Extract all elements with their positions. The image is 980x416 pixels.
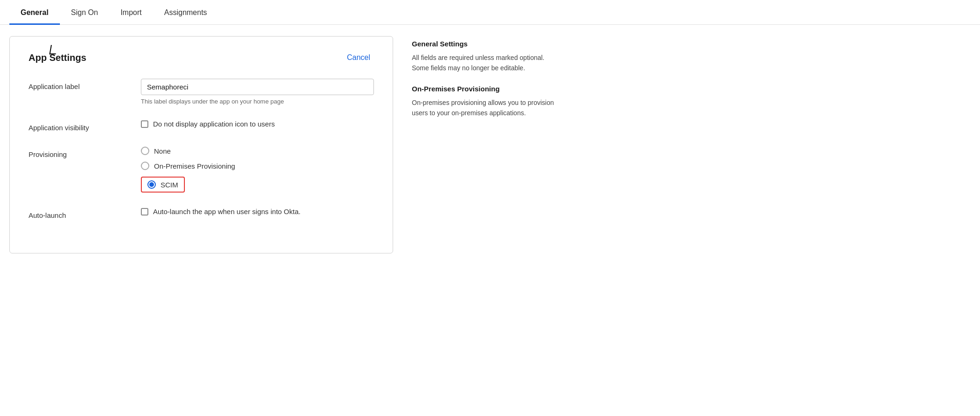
tab-import[interactable]: Import [109,0,153,25]
app-settings-card: App Settings Cancel Application label Th… [9,36,393,253]
visibility-checkbox[interactable] [141,120,148,128]
provisioning-row: Provisioning None On-Premises Provisioni… [29,147,374,193]
provisioning-none-option[interactable]: None [141,147,374,155]
provisioning-none-label: None [154,147,171,155]
cancel-button[interactable]: Cancel [343,52,374,64]
visibility-checkbox-label: Do not display application icon to users [153,120,275,128]
provisioning-on-premises-label: On-Premises Provisioning [154,162,235,170]
provisioning-on-premises-option[interactable]: On-Premises Provisioning [141,162,374,170]
application-label-field-label: Application label [29,79,132,90]
provisioning-on-premises-radio[interactable] [141,162,149,170]
auto-launch-checkbox-row[interactable]: Auto-launch the app when user signs into… [141,208,374,215]
provisioning-scim-radio-inner [149,182,154,187]
provisioning-scim-radio[interactable] [147,180,156,189]
application-label-controls: This label displays under the app on you… [141,79,374,105]
provisioning-scim-option[interactable]: SCIM [141,177,374,193]
application-label-hint: This label displays under the app on you… [141,98,374,105]
card-header: App Settings Cancel [29,52,374,64]
provisioning-controls: None On-Premises Provisioning SCI [141,147,374,193]
sidebar-on-premises-text: On-premises provisioning allows you to p… [412,97,562,119]
application-visibility-controls: Do not display application icon to users [141,120,374,128]
auto-launch-controls: Auto-launch the app when user signs into… [141,208,374,215]
visibility-checkbox-row[interactable]: Do not display application icon to users [141,120,374,128]
sidebar-on-premises-title: On-Premises Provisioning [412,85,562,93]
application-visibility-row: Application visibility Do not display ap… [29,120,374,132]
provisioning-radio-group: None On-Premises Provisioning SCI [141,147,374,193]
auto-launch-row: Auto-launch Auto-launch the app when use… [29,208,374,219]
main-content: App Settings Cancel Application label Th… [0,25,980,265]
tab-general[interactable]: General [9,0,60,25]
tabs-bar: General Sign On Import Assignments [0,0,980,25]
auto-launch-checkbox-label: Auto-launch the app when user signs into… [153,208,300,215]
scim-highlight-box: SCIM [141,177,185,193]
provisioning-scim-label: SCIM [161,181,178,189]
sidebar-general-settings-text: All fields are required unless marked op… [412,52,562,74]
provisioning-label: Provisioning [29,147,132,158]
application-label-row: Application label This label displays un… [29,79,374,105]
tab-sign-on[interactable]: Sign On [60,0,110,25]
application-visibility-label: Application visibility [29,120,132,132]
sidebar-general-settings-title: General Settings [412,40,562,48]
provisioning-none-radio[interactable] [141,147,149,155]
application-label-input[interactable] [141,79,374,95]
tab-assignments[interactable]: Assignments [153,0,219,25]
auto-launch-checkbox[interactable] [141,208,148,215]
sidebar: General Settings All fields are required… [412,36,562,130]
auto-launch-label: Auto-launch [29,208,132,219]
card-title: App Settings [29,52,86,63]
